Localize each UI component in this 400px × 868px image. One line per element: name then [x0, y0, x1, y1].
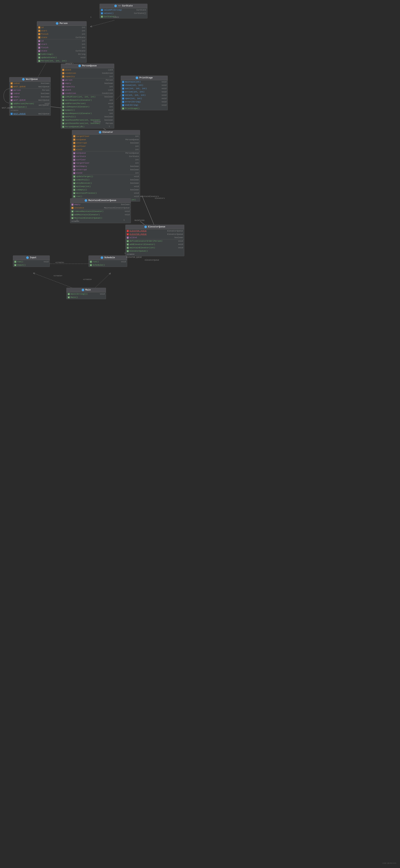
pq-prop-capacity: p capacity int	[61, 85, 114, 88]
meq-empty-icon: p	[71, 204, 73, 206]
svg-line-3	[90, 20, 114, 27]
sched-method-run: m run() void	[89, 260, 127, 264]
ps-class-icon	[136, 76, 138, 79]
innotfull-icon: m	[73, 179, 75, 181]
pq-person-icon: p	[62, 79, 64, 81]
elev-prop-eleid: p eleId int	[72, 172, 140, 175]
ps-method-close: s close(int, int) void	[121, 84, 168, 87]
label-elevator-queue: ELEVATOR_QUEUE	[126, 256, 142, 258]
tostring-icon: m	[38, 53, 40, 55]
pq-ctor-icon: m	[62, 126, 64, 128]
meq-method-removemaintain: m removeMaintain(Elevator) void	[70, 210, 131, 213]
addelev-icon: m	[127, 243, 129, 246]
elev-method-innotfull: m inNotFull() boolean	[72, 178, 140, 182]
elev-field-targetfloor: f targetFloor int	[72, 135, 140, 138]
curstate-methods: s valueOf(String) CurState s values() Cu…	[100, 8, 147, 18]
class-main-header: Main	[67, 288, 106, 292]
input-method-run: m run() void	[13, 260, 49, 264]
pq-empty-icon: p	[62, 82, 64, 85]
pq-prop-person: p person Person	[61, 79, 114, 82]
pq-condition-prop-icon: p	[62, 92, 64, 94]
pq-wlock-prop-icon: p	[62, 89, 64, 91]
label-create1: «create»	[55, 261, 64, 264]
elev-method-updatetarget: m updateTarget() void	[72, 175, 140, 178]
eq-field-elevator-queue1: c ELEVATOR_QUEUE ElevatorQueue	[126, 229, 184, 232]
elev-curfloor-icon: p	[73, 159, 75, 161]
valueof-icon: s	[101, 9, 103, 11]
meq-stereotype: «create»	[70, 220, 131, 223]
elev-field-outqueue: f outQueue PersonQueue	[72, 138, 140, 141]
sched-methods: m run() void m Schedule()	[89, 260, 127, 267]
elev-prop-curfloor: p curFloor int	[72, 158, 140, 161]
ps-method-out: s out(int, int, int) void	[121, 87, 168, 90]
label-people: people	[65, 63, 72, 65]
wq-field-waitqueue: f WAIT_QUEUE WaitQueue	[9, 85, 51, 88]
pq-field-condition: f condition Condition	[61, 71, 114, 75]
pq-class-icon	[78, 65, 81, 67]
ps-method-arrive: s arrive(int, int) void	[121, 90, 168, 94]
label-1-maint2: 1	[124, 219, 125, 221]
updatetarget-icon: m	[73, 176, 75, 178]
curstate-method-values: s values() CurState[]	[100, 11, 147, 15]
label-1-2: 1	[109, 125, 110, 127]
person-field-state: f state CurState	[37, 36, 87, 39]
label-elevatorqueue: elevatorQueue	[145, 259, 159, 261]
curstate-enum-icon	[114, 5, 117, 7]
class-maintaineleq: MaintainElevatorQueue p empty boolean f …	[70, 198, 131, 223]
elev-run-icon: m	[73, 195, 75, 197]
pq-prop-empty: p empty boolean	[61, 82, 114, 85]
prop-finish-icon: p	[38, 46, 40, 49]
main-method-main: m main(String[]) void	[67, 292, 106, 296]
wq-prop-empty: p empty boolean	[9, 95, 51, 98]
label-1-state: 1	[90, 16, 92, 18]
maintainprocess-icon: m	[73, 192, 75, 194]
pq-method-inmidfloor: m inMidFloor(int, int, int) boolean	[61, 95, 114, 98]
wq-wq-icon: f	[10, 86, 13, 88]
class-personqueue: PersonQueue f wlock Lock f condition Con…	[61, 64, 114, 129]
elev-prop-interrupt: p interrupt boolean	[72, 168, 140, 172]
input-ctor-icon: m	[14, 264, 16, 266]
wq-person-icon: p	[10, 89, 13, 91]
main-main-icon: m	[68, 293, 70, 295]
meq-class-icon	[85, 199, 87, 202]
eq-const2-icon: c	[127, 233, 129, 235]
elev-outq-prop-icon: p	[73, 152, 75, 154]
person-field-finish: f finish int	[37, 32, 87, 36]
pq-method-haschosenp: m hasChosenPerson(int, boolean) boolean	[61, 118, 114, 122]
meq-instance-icon: f	[71, 207, 73, 209]
addmaintain-icon: m	[71, 214, 73, 216]
elev-method-inempty: m inEmpty() boolean	[72, 188, 140, 191]
pq-method-subrequest: m subRequest(Elevator) int	[61, 105, 114, 108]
pq-method-addperson: m addPerson(Person) void	[61, 102, 114, 105]
pq-method-mainrequest2: m mainRequest2(Elevator) int	[61, 112, 114, 115]
ps-method-maintain: s maintain(int) void	[121, 80, 168, 84]
meq-ctor-icon: m	[71, 217, 73, 219]
label-inqueue: inQueue	[93, 121, 101, 123]
meq-fields: p empty boolean f instance MaintainEleva…	[70, 203, 131, 210]
eq-allend-icon: p	[127, 237, 129, 239]
person-field-id: f id int	[37, 26, 87, 29]
eq-const1-icon: c	[127, 230, 129, 232]
id-field-icon: f	[38, 26, 40, 29]
ps-close-icon: s	[122, 84, 124, 86]
maintainelev-icon: m	[127, 247, 129, 249]
label-waitqueue: waitQueue	[39, 104, 49, 106]
wq-class-icon	[22, 78, 25, 81]
input-title: Input	[30, 256, 36, 259]
ps-constructor: m PrintStage()	[121, 107, 168, 110]
pq-method-mywait: m myWait() void	[61, 108, 114, 112]
person-prop-state: p state CurState	[37, 49, 87, 53]
wq-fields: f isEnd boolean f WAIT_QUEUE WaitQueue	[9, 82, 51, 88]
class-printstage: PrintStage s maintain(int) void s close(…	[121, 75, 168, 110]
prop-id-icon: p	[38, 40, 40, 42]
elev-method-mysleep: m mySleep(int) void	[72, 185, 140, 188]
class-waitqueue: WaitQueue f isEnd boolean f WAIT_QUEUE W…	[9, 77, 51, 116]
defineelevorder-icon: m	[127, 240, 129, 242]
wq-prop-person: p person Person	[9, 89, 51, 92]
haschosenp-icon: m	[62, 119, 64, 121]
inempty-icon: m	[73, 189, 75, 191]
isend-icon: f	[10, 82, 13, 85]
eq-ctor-icon: m	[127, 250, 129, 252]
main-class-icon	[82, 289, 84, 291]
pq-field-wlock: f wlock Lock	[61, 68, 114, 71]
